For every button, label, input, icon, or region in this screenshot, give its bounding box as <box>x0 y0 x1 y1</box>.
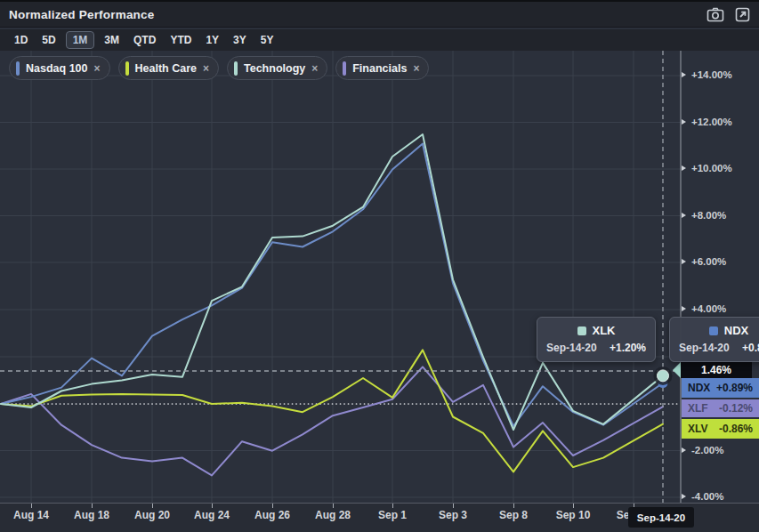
series-line-xlk[interactable] <box>1 134 663 430</box>
tick-arrow-icon <box>682 213 689 218</box>
legend-chip-nasdaq-100[interactable]: Nasdaq 100× <box>9 56 110 80</box>
tooltip-ndx-value: +0.89% <box>742 342 759 354</box>
legend-chips: Nasdaq 100×Health Care×Technology×Financ… <box>9 56 429 80</box>
chip-label: Nasdaq 100 <box>26 62 87 75</box>
y-axis-label: +8.00% <box>682 210 726 221</box>
x-axis-label: Aug 26 <box>254 509 290 521</box>
y-axis-label: +14.00% <box>682 69 732 80</box>
tick-arrow-icon <box>682 72 689 77</box>
y-axis-label: +12.00% <box>682 117 732 127</box>
chip-color-bar-icon <box>125 61 129 76</box>
legend-chip-financials[interactable]: Financials× <box>335 56 429 80</box>
tab-qtd[interactable]: QTD <box>126 31 163 49</box>
tick-arrow-icon <box>682 447 689 453</box>
x-axis-label: Aug 24 <box>194 509 230 521</box>
x-axis-label: Sep 10 <box>556 509 591 521</box>
chip-label: Health Care <box>135 62 197 75</box>
marker-dot-xlk[interactable] <box>658 370 669 382</box>
tooltip-xlk: XLK Sep-14-20 +1.20% <box>537 317 656 362</box>
tab-1d[interactable]: 1D <box>7 31 35 49</box>
legend-chip-technology[interactable]: Technology× <box>227 56 327 80</box>
tooltip-ndx: NDX Sep-14-20 +0.89% <box>669 317 759 362</box>
chip-color-bar-icon <box>343 61 346 76</box>
chip-color-bar-icon <box>234 61 238 76</box>
tooltip-xlk-symbol: XLK <box>593 324 616 337</box>
tab-3m[interactable]: 3M <box>97 31 126 49</box>
crosshair-arrow-icon <box>673 362 681 378</box>
x-tick-mark <box>272 504 273 508</box>
tooltip-xlk-date: Sep-14-20 <box>546 342 597 354</box>
y-axis-label: +4.00% <box>682 303 726 314</box>
x-axis-label: Sep 8 <box>499 509 528 521</box>
popout-icon[interactable] <box>735 7 750 22</box>
chip-close-icon[interactable]: × <box>311 62 318 75</box>
x-axis-label: Aug 20 <box>134 509 170 521</box>
crosshair-value-label: 1.46% <box>673 362 752 378</box>
x-tick-mark <box>31 504 32 508</box>
symbol-text: XLV <box>688 423 707 435</box>
ndx-swatch-icon <box>709 326 718 335</box>
range-tabbar: 1D5D1M3MQTDYTD1Y3Y5Y <box>0 29 759 51</box>
x-tick-mark <box>212 504 213 508</box>
chip-label: Technology <box>244 62 305 75</box>
tab-1m[interactable]: 1M <box>66 31 95 49</box>
legend-chip-health-care[interactable]: Health Care× <box>118 56 220 80</box>
x-tick-mark <box>92 504 93 508</box>
tooltip-ndx-date: Sep-14-20 <box>679 342 730 354</box>
value-text: -0.86% <box>719 423 753 435</box>
chip-close-icon[interactable]: × <box>203 62 209 75</box>
tooltip-xlk-value: +1.20% <box>610 342 646 354</box>
camera-icon[interactable] <box>707 7 724 22</box>
xlk-swatch-icon <box>577 326 586 335</box>
page-title: Normalized Performance <box>9 8 154 21</box>
symbol-text: XLF <box>688 402 708 415</box>
chip-color-bar-icon <box>16 61 20 76</box>
last-value-label-ndx: NDX+0.89% <box>682 378 759 398</box>
normalized-performance-widget: Normalized Performance 1D5D1M3MQTDYTD1Y3… <box>0 0 759 532</box>
value-text: -0.12% <box>719 402 753 415</box>
y-axis-label: -2.00% <box>682 445 723 455</box>
tick-arrow-icon <box>682 259 689 264</box>
crosshair-date-label: Sep-14-20 <box>628 507 694 528</box>
tab-1y[interactable]: 1Y <box>198 31 226 49</box>
chip-close-icon[interactable]: × <box>413 62 419 75</box>
tab-ytd[interactable]: YTD <box>163 31 198 49</box>
x-tick-mark <box>453 504 454 508</box>
tab-3y[interactable]: 3Y <box>226 31 254 49</box>
x-axis-label: Sep 3 <box>439 509 467 521</box>
y-axis-label: +10.00% <box>682 163 732 173</box>
chip-close-icon[interactable]: × <box>93 62 100 75</box>
symbol-text: NDX <box>688 382 710 394</box>
value-text: +0.89% <box>716 382 753 394</box>
last-value-label-xlf: XLF-0.12% <box>682 399 759 417</box>
x-tick-mark <box>392 504 393 508</box>
x-tick-mark <box>152 504 153 508</box>
tab-5d[interactable]: 5D <box>35 31 62 49</box>
tick-arrow-icon <box>682 306 689 311</box>
y-axis-label: +6.00% <box>682 256 726 267</box>
tick-arrow-icon <box>682 494 689 499</box>
series-line-xlv[interactable] <box>1 350 663 472</box>
x-tick-mark <box>573 504 574 508</box>
x-axis-label: Aug 18 <box>74 509 109 521</box>
chip-label: Financials <box>352 62 407 75</box>
tick-arrow-icon <box>682 119 689 125</box>
x-tick-mark <box>333 504 334 508</box>
x-axis-label: Aug 28 <box>315 509 351 521</box>
tab-5y[interactable]: 5Y <box>254 31 281 49</box>
last-value-label-xlv: XLV-0.86% <box>682 419 759 439</box>
tick-arrow-icon <box>682 165 689 171</box>
x-tick-mark <box>513 504 514 508</box>
x-axis-strip: Aug 14Aug 18Aug 20Aug 24Aug 26Aug 28Sep … <box>0 503 759 532</box>
widget-header: Normalized Performance <box>0 0 759 28</box>
tooltip-ndx-symbol: NDX <box>724 324 748 337</box>
y-axis-label: -4.00% <box>682 491 723 502</box>
x-axis-label: Aug 14 <box>13 509 49 521</box>
x-axis-label: Sep 1 <box>378 509 407 521</box>
